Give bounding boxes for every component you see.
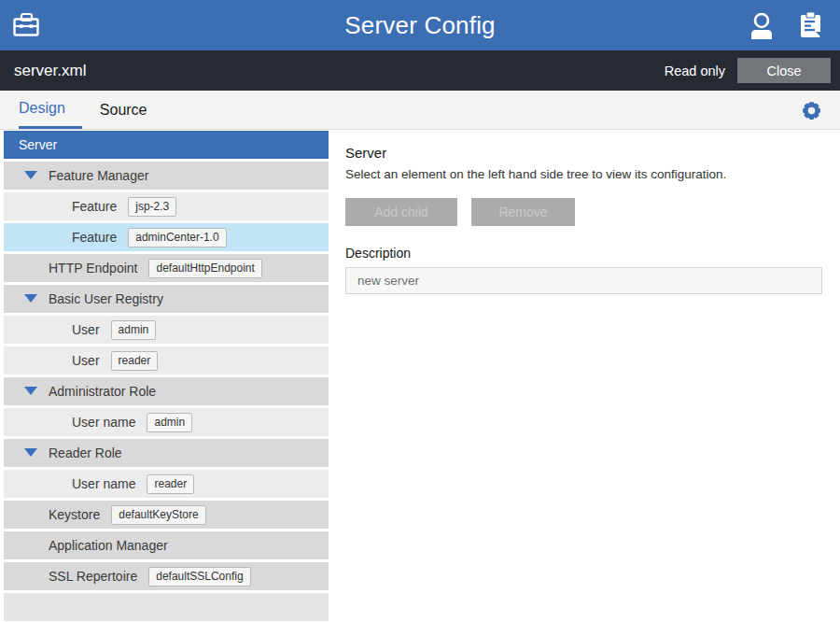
collapse-triangle-icon[interactable]: [24, 387, 37, 395]
file-bar: server.xml Read only Close: [0, 50, 840, 91]
tree-item[interactable]: KeystoredefaultKeyStore: [4, 501, 329, 529]
config-tree: Server Feature ManagerFeaturejsp-2.3Feat…: [0, 130, 329, 621]
tree-item[interactable]: SSL RepertoiredefaultSSLConfig: [4, 562, 329, 590]
user-icon[interactable]: [749, 11, 775, 39]
tree-item[interactable]: User nameadmin: [4, 408, 329, 436]
add-child-button[interactable]: Add child: [345, 198, 457, 226]
tree-item-badge: defaultHttpEndpoint: [148, 259, 261, 278]
tree-item[interactable]: Userreader: [4, 346, 329, 375]
tree-item-badge: defaultKeyStore: [111, 505, 205, 525]
tree-item-badge: defaultSSLConfig: [148, 567, 250, 587]
tree-item-label: Feature Manager: [49, 168, 148, 183]
tree-item-label: Application Manager: [49, 538, 168, 553]
tree-item-label: User name: [72, 476, 135, 491]
detail-instruction: Select an element on the left hand side …: [345, 167, 822, 181]
app-title: Server Config: [0, 11, 840, 40]
tree-item-server[interactable]: Server: [4, 131, 329, 159]
close-button[interactable]: Close: [737, 58, 831, 83]
tree-item-label: Feature: [72, 230, 117, 245]
collapse-triangle-icon[interactable]: [24, 171, 37, 179]
tree-item[interactable]: FeatureadminCenter-1.0: [4, 223, 329, 251]
tab-source[interactable]: Source: [100, 91, 147, 129]
tree-item-label: User: [72, 322, 100, 337]
tree-item[interactable]: Featurejsp-2.3: [4, 192, 329, 220]
detail-panel: Server Select an element on the left han…: [329, 130, 840, 621]
tree-item[interactable]: Application Manager: [4, 531, 329, 559]
tree-item-badge: reader: [111, 351, 159, 371]
tree-item-label: Feature: [72, 199, 117, 214]
read-only-label: Read only: [665, 64, 725, 78]
tree-item-label: Keystore: [49, 507, 100, 522]
gear-icon[interactable]: [800, 91, 823, 130]
tree-item[interactable]: Reader Role: [4, 439, 329, 467]
tree-item[interactable]: Basic User Registry: [4, 285, 329, 313]
tab-bar: Design Source: [0, 91, 840, 130]
remove-button[interactable]: Remove: [471, 198, 575, 226]
tree-item-label: Basic User Registry: [49, 291, 163, 306]
file-name: server.xml: [14, 62, 86, 80]
tree-item-badge: jsp-2.3: [128, 197, 176, 217]
tree-item-badge: admin: [147, 413, 192, 432]
tree-item[interactable]: Feature Manager: [4, 162, 329, 190]
clipboard-icon[interactable]: [799, 11, 825, 39]
description-input[interactable]: [345, 267, 822, 294]
collapse-triangle-icon[interactable]: [24, 294, 37, 303]
detail-title: Server: [345, 145, 822, 161]
tree-item-badge: adminCenter-1.0: [128, 228, 226, 247]
description-label: Description: [345, 246, 822, 261]
tree-item-badge: admin: [111, 320, 157, 340]
tree-item-label: User: [72, 353, 100, 368]
tree-item-label: Administrator Role: [49, 384, 156, 399]
tree-filler: [4, 593, 329, 621]
tree-item-label: Reader Role: [49, 445, 122, 460]
collapse-triangle-icon[interactable]: [24, 448, 37, 457]
tree-item-label: SSL Repertoire: [49, 569, 137, 584]
tree-item-label: User name: [72, 415, 135, 430]
tree-item[interactable]: User namereader: [4, 470, 329, 498]
tab-design[interactable]: Design: [19, 91, 82, 129]
app-header: Server Config: [0, 0, 840, 50]
tree-item[interactable]: Administrator Role: [4, 377, 329, 405]
tree-item[interactable]: HTTP EndpointdefaultHttpEndpoint: [4, 254, 329, 282]
tree-item-label: HTTP Endpoint: [49, 261, 137, 276]
tree-item-badge: reader: [147, 474, 194, 494]
tree-item-label: Server: [19, 137, 57, 152]
tree-item[interactable]: Useradmin: [4, 316, 329, 344]
